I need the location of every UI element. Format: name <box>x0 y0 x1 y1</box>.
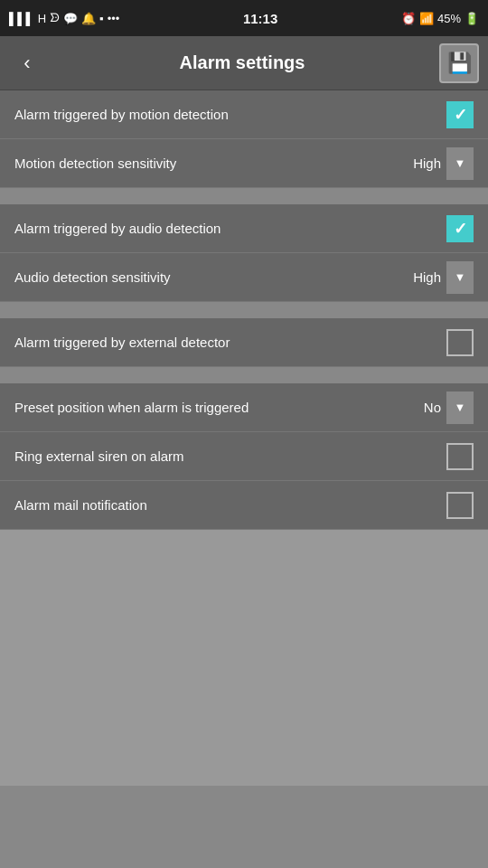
clock-icon: ⏰ <box>401 12 416 25</box>
alarm-icon: 🔔 <box>81 12 96 25</box>
audio-sensitivity-label: Audio detection sensitivity <box>14 269 413 285</box>
audio-sensitivity-value: High <box>413 269 441 285</box>
external-detector-label: Alarm triggered by external detector <box>14 335 446 350</box>
section-gap-1 <box>0 188 488 204</box>
settings-content: Alarm triggered by motion detection Moti… <box>0 90 488 530</box>
app-header: ‹ Alarm settings 💾 <box>0 36 488 90</box>
motion-sensitivity-label: Motion detection sensitivity <box>14 156 413 171</box>
section-gap-2 <box>0 302 488 318</box>
motion-detection-row: Alarm triggered by motion detection <box>0 90 488 139</box>
preset-position-row: Preset position when alarm is triggered … <box>0 383 488 432</box>
status-right: ⏰ 📶 45% 🔋 <box>401 12 479 25</box>
preset-position-label: Preset position when alarm is triggered <box>14 400 424 415</box>
wechat-icon: 💬 <box>63 12 78 25</box>
back-button[interactable]: ‹ <box>9 45 45 81</box>
save-button[interactable]: 💾 <box>439 43 479 83</box>
audio-sensitivity-dropdown[interactable] <box>446 261 474 294</box>
ring-siren-row: Ring external siren on alarm <box>0 432 488 481</box>
motion-sensitivity-dropdown[interactable] <box>446 147 474 180</box>
motion-sensitivity-value: High <box>413 156 441 171</box>
wifi-icon: 📶 <box>419 12 434 25</box>
mail-notification-label: Alarm mail notification <box>14 497 446 513</box>
status-left: ▌▌▌ H ᗦ 💬 🔔 ▪ ••• <box>9 11 119 25</box>
wifi-bars: ᗦ <box>50 11 60 25</box>
battery-icon: 🔋 <box>465 12 479 25</box>
external-detector-checkbox[interactable] <box>446 329 474 356</box>
preset-position-value: No <box>424 400 441 415</box>
external-detector-row: Alarm triggered by external detector <box>0 318 488 367</box>
section-gap-3 <box>0 367 488 383</box>
motion-sensitivity-row: Motion detection sensitivity High <box>0 139 488 188</box>
page-title: Alarm settings <box>45 52 439 73</box>
preset-position-dropdown[interactable] <box>446 392 474 424</box>
save-icon: 💾 <box>447 52 472 75</box>
time-display: 11:13 <box>243 11 277 26</box>
audio-detection-label: Alarm triggered by audio detection <box>14 221 446 236</box>
audio-detection-row: Alarm triggered by audio detection <box>0 204 488 253</box>
audio-sensitivity-row: Audio detection sensitivity High <box>0 253 488 302</box>
mail-notification-checkbox[interactable] <box>446 492 474 519</box>
mail-notification-row: Alarm mail notification <box>0 481 488 530</box>
audio-detection-checkbox[interactable] <box>446 215 474 242</box>
dots-icon: ••• <box>108 12 120 25</box>
network-icon: H <box>38 12 46 25</box>
ring-siren-checkbox[interactable] <box>446 443 474 470</box>
bottom-area <box>0 530 488 786</box>
motion-detection-label: Alarm triggered by motion detection <box>14 107 446 122</box>
motion-detection-checkbox[interactable] <box>446 101 474 128</box>
ring-siren-label: Ring external siren on alarm <box>14 448 446 464</box>
status-bar: ▌▌▌ H ᗦ 💬 🔔 ▪ ••• 11:13 ⏰ 📶 45% 🔋 <box>0 0 488 36</box>
sd-icon: ▪ <box>99 12 104 25</box>
battery-percent: 45% <box>437 12 461 25</box>
signal-icon: ▌▌▌ <box>9 12 34 25</box>
